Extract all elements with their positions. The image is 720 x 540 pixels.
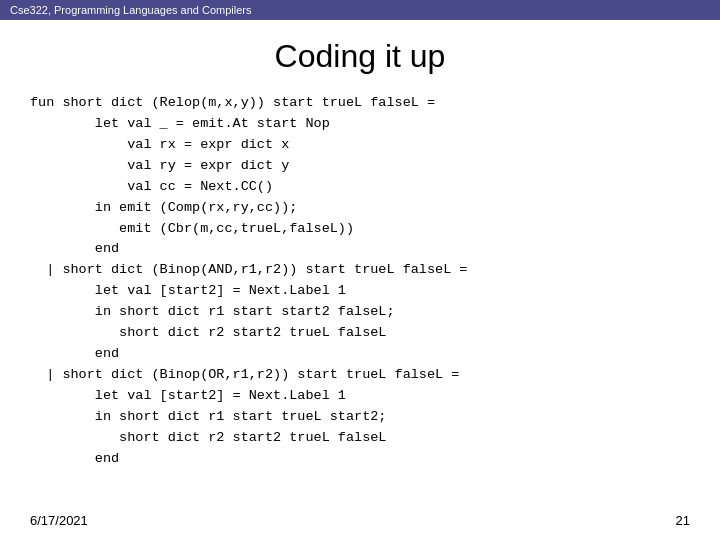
footer-date: 6/17/2021 <box>30 513 88 528</box>
main-content: Coding it up fun short dict (Relop(m,x,y… <box>0 20 720 490</box>
header-bar: Cse322, Programming Languages and Compil… <box>0 0 720 20</box>
page-title: Coding it up <box>30 38 690 75</box>
footer: 6/17/2021 21 <box>30 513 690 528</box>
footer-page-number: 21 <box>676 513 690 528</box>
header-label: Cse322, Programming Languages and Compil… <box>10 4 252 16</box>
code-block: fun short dict (Relop(m,x,y)) start true… <box>30 93 690 470</box>
